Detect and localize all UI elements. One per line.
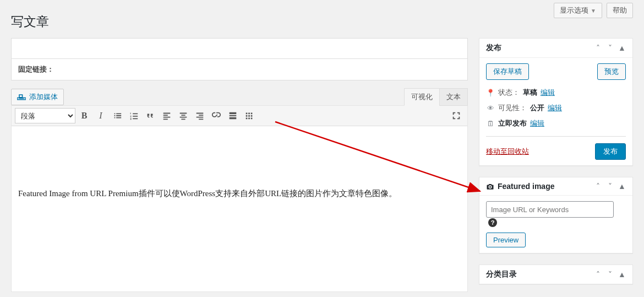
edit-status-link[interactable]: 编辑 (541, 88, 555, 98)
toggle-panel-icon[interactable]: ▲ (618, 270, 626, 279)
tab-text[interactable]: 文本 (439, 88, 468, 106)
move-up-icon[interactable]: ˄ (594, 44, 602, 52)
camera-icon (486, 182, 494, 191)
trash-link[interactable]: 移动至回收站 (486, 147, 529, 156)
move-down-icon[interactable]: ˅ (606, 44, 614, 52)
link-button[interactable] (209, 108, 224, 123)
move-up-icon[interactable]: ˄ (594, 182, 602, 191)
permalink-row: 固定链接： (11, 59, 468, 80)
move-down-icon[interactable]: ˅ (606, 182, 614, 191)
image-url-input[interactable] (486, 201, 614, 218)
editor-toolbar: 段落 B I (12, 106, 467, 126)
edit-schedule-link[interactable]: 编辑 (530, 118, 544, 128)
add-media-label: 添加媒体 (29, 92, 58, 102)
screen-options-label: 显示选项 (560, 6, 588, 15)
add-media-icon (17, 93, 26, 101)
add-media-button[interactable]: 添加媒体 (11, 89, 64, 105)
bold-button[interactable]: B (77, 108, 92, 123)
caret-down-icon: ▼ (591, 8, 596, 14)
categories-title: 分类目录 (486, 269, 594, 279)
blockquote-button[interactable] (143, 108, 158, 123)
preview-button[interactable]: 预览 (597, 63, 626, 80)
fullscreen-button[interactable] (449, 108, 464, 123)
status-value: 草稿 (523, 88, 537, 98)
move-down-icon[interactable]: ˅ (606, 270, 614, 279)
toggle-panel-icon[interactable]: ▲ (618, 182, 626, 191)
screen-options-button[interactable]: 显示选项 ▼ (554, 3, 602, 18)
publish-title: 发布 (486, 43, 594, 53)
featured-image-metabox: Featured image ˄ ˅ ▲ ? Preview (479, 177, 633, 253)
read-more-button[interactable] (225, 108, 241, 123)
move-up-icon[interactable]: ˄ (594, 270, 602, 279)
calendar-icon: 🗓 (486, 120, 495, 128)
italic-button[interactable]: I (93, 108, 108, 123)
page-title: 写文章 (11, 13, 644, 30)
categories-metabox: 分类目录 ˄ ˅ ▲ (479, 264, 633, 284)
toggle-panel-icon[interactable]: ▲ (618, 44, 626, 52)
format-select[interactable]: 段落 (15, 108, 75, 123)
eye-icon: 👁 (486, 104, 495, 112)
help-button[interactable]: 帮助 (607, 3, 633, 18)
numbered-list-button[interactable] (126, 108, 141, 123)
align-left-button[interactable] (159, 108, 174, 123)
publish-button[interactable]: 发布 (595, 143, 626, 160)
bullet-list-button[interactable] (110, 108, 125, 123)
editor-container: 段落 B I Featured Image from URL Premium插件… (11, 105, 468, 292)
save-draft-button[interactable]: 保存草稿 (486, 63, 529, 80)
status-label: 状态： (498, 88, 520, 98)
edit-visibility-link[interactable]: 编辑 (548, 103, 562, 113)
fi-preview-button[interactable]: Preview (486, 233, 526, 247)
permalink-value (57, 65, 222, 74)
visibility-value: 公开 (530, 103, 544, 113)
help-icon[interactable]: ? (488, 218, 497, 227)
publish-metabox: 发布 ˄ ˅ ▲ 保存草稿 预览 📍 状态： 草稿 编辑 (479, 38, 633, 166)
editor-body[interactable]: Featured Image from URL Premium插件可以使Word… (12, 126, 467, 291)
kitchen-sink-button[interactable] (242, 108, 257, 123)
align-right-button[interactable] (192, 108, 208, 123)
featured-image-title: Featured image (486, 182, 594, 191)
visibility-label: 可见性： (498, 103, 527, 113)
post-title-input[interactable] (11, 38, 468, 59)
schedule-value: 立即发布 (498, 118, 527, 128)
align-center-button[interactable] (176, 108, 191, 123)
permalink-label: 固定链接： (18, 64, 54, 74)
tab-visual[interactable]: 可视化 (404, 88, 440, 106)
pin-icon: 📍 (486, 89, 495, 97)
